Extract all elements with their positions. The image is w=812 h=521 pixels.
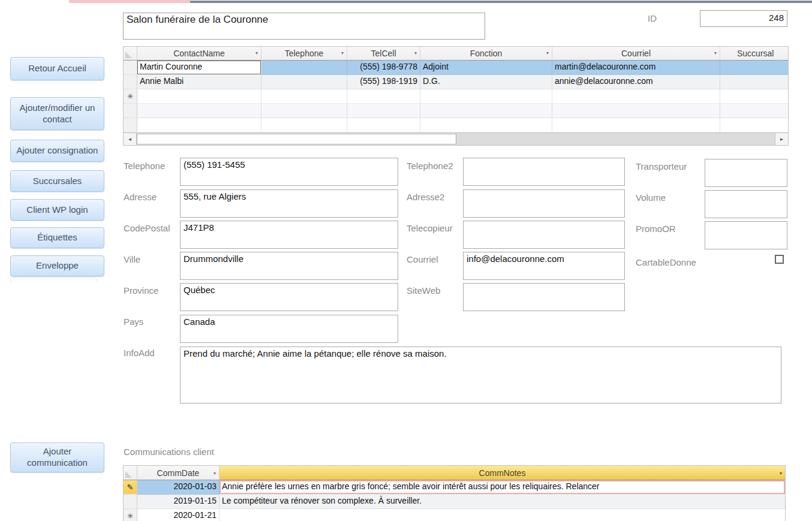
cartabledonne-checkbox[interactable] bbox=[775, 255, 784, 264]
retour-accueil-button[interactable]: Retour Accueil bbox=[10, 57, 104, 80]
cell-telephone[interactable] bbox=[261, 61, 347, 75]
column-header-label: CommDate bbox=[157, 468, 200, 478]
scroll-left-icon[interactable]: ◄ bbox=[124, 133, 137, 145]
cell-contactname[interactable]: Martin Couronne bbox=[137, 61, 261, 75]
promoor-label: PromoOR bbox=[636, 224, 676, 234]
client-wp-login-button[interactable]: Client WP login bbox=[10, 199, 104, 221]
chevron-down-icon[interactable]: ▾ bbox=[213, 471, 216, 476]
cell-empty[interactable] bbox=[137, 89, 261, 104]
cell-blank bbox=[261, 104, 347, 118]
transporteur-field[interactable] bbox=[705, 159, 787, 187]
promoor-field[interactable] bbox=[705, 221, 787, 249]
pays-field[interactable]: Canada bbox=[180, 315, 398, 343]
select-all-corner[interactable] bbox=[124, 47, 137, 61]
cell-succursale[interactable] bbox=[720, 75, 788, 89]
telephone2-field[interactable] bbox=[463, 158, 625, 186]
cell-contactname[interactable]: Annie Malbi bbox=[137, 75, 261, 89]
cell-empty[interactable] bbox=[420, 89, 552, 104]
column-header-telephone[interactable]: Telephone▾ bbox=[261, 47, 347, 61]
telecopieur-label: Telecopieur bbox=[407, 223, 453, 233]
table-row: Annie Malbi (555) 198-1919 D.G. annie@de… bbox=[124, 75, 788, 89]
volume-field[interactable] bbox=[705, 190, 787, 218]
infoadd-field[interactable]: Prend du marché; Annie aime la pétanque;… bbox=[180, 347, 781, 403]
communications-datasheet: CommDate▾ CommNotes▾ ✎ 2020-01-03 Annie … bbox=[123, 465, 786, 521]
scroll-right-icon[interactable]: ► bbox=[775, 133, 788, 145]
siteweb-label: SiteWeb bbox=[407, 285, 440, 296]
cell-courriel[interactable]: annie@delacouronne.com bbox=[552, 75, 720, 89]
row-selector[interactable] bbox=[124, 495, 137, 509]
chevron-down-icon[interactable]: ▾ bbox=[341, 50, 344, 56]
new-record-selector[interactable]: ✳ bbox=[124, 509, 137, 521]
communications-client-label: Communications client bbox=[124, 447, 214, 457]
cell-fonction[interactable]: Adjoint bbox=[420, 61, 552, 75]
corner-triangle-icon bbox=[125, 52, 132, 58]
new-record-selector[interactable]: ✳ bbox=[124, 89, 137, 104]
cell-telephone[interactable] bbox=[261, 75, 347, 89]
cell-succursale[interactable] bbox=[720, 61, 788, 75]
siteweb-field[interactable] bbox=[463, 283, 625, 311]
cell-commdate[interactable]: 2019-01-15 bbox=[137, 495, 219, 509]
table-row: Martin Couronne (555) 198-9778 Adjoint m… bbox=[124, 61, 788, 75]
row-selector[interactable] bbox=[124, 61, 137, 75]
telephone-field[interactable]: (555) 191-5455 bbox=[180, 158, 398, 186]
column-header-contactname[interactable]: ContactName▾ bbox=[137, 47, 261, 61]
table-row-blank bbox=[124, 118, 788, 132]
column-header-label: Fonction bbox=[470, 49, 503, 58]
horizontal-scrollbar[interactable]: ◄ ► bbox=[124, 132, 788, 145]
etiquettes-button[interactable]: Étiquettes bbox=[10, 227, 104, 248]
select-all-corner[interactable] bbox=[124, 466, 137, 480]
adresse-label: Adresse bbox=[124, 192, 157, 202]
scrollbar-thumb[interactable] bbox=[137, 134, 456, 144]
column-header-commnotes[interactable]: CommNotes▾ bbox=[219, 466, 785, 480]
pays-label: Pays bbox=[124, 317, 143, 327]
row-selector-editing[interactable]: ✎ bbox=[124, 480, 137, 495]
chevron-down-icon[interactable]: ▾ bbox=[714, 50, 717, 56]
cell-blank bbox=[347, 118, 420, 132]
ville-field[interactable]: Drummondville bbox=[180, 252, 398, 280]
chevron-down-icon[interactable]: ▾ bbox=[414, 50, 417, 56]
ajouter-modifier-contact-button[interactable]: Ajouter/modifier un contact bbox=[10, 97, 104, 130]
cell-commdate[interactable]: 2020-01-03 bbox=[137, 480, 219, 495]
client-name-field[interactable]: Salon funéraire de la Couronne bbox=[123, 13, 485, 40]
cell-empty[interactable] bbox=[552, 89, 720, 104]
chevron-down-icon[interactable]: ▾ bbox=[255, 50, 258, 56]
enveloppe-button[interactable]: Enveloppe bbox=[10, 255, 104, 276]
cell-commnotes-editing[interactable]: Annie préfère les urnes en marbre gris f… bbox=[219, 480, 785, 495]
cell-empty[interactable] bbox=[261, 89, 347, 104]
chevron-down-icon[interactable]: ▾ bbox=[546, 50, 549, 56]
column-header-label: CommNotes bbox=[479, 468, 526, 478]
cell-telcell[interactable]: (555) 198-9778 bbox=[347, 61, 420, 75]
cell-fonction[interactable]: D.G. bbox=[420, 75, 552, 89]
cell-empty[interactable] bbox=[347, 89, 420, 104]
courriel-field[interactable]: info@delacouronne.com bbox=[463, 252, 625, 280]
succursales-button[interactable]: Succursales bbox=[10, 170, 104, 192]
column-header-label: TelCell bbox=[371, 49, 396, 58]
ajouter-communication-button[interactable]: Ajouter communication bbox=[10, 442, 104, 472]
column-header-fonction[interactable]: Fonction▾ bbox=[420, 47, 552, 61]
cell-empty[interactable] bbox=[720, 89, 788, 104]
cell-telcell[interactable]: (555) 198-1919 bbox=[347, 75, 420, 89]
ajouter-consignation-button[interactable]: Ajouter consignation bbox=[10, 140, 104, 162]
chevron-down-icon[interactable]: ▾ bbox=[780, 471, 782, 476]
column-header-commdate[interactable]: CommDate▾ bbox=[137, 466, 219, 480]
cell-commdate[interactable]: 2020-01-21 bbox=[137, 509, 219, 521]
column-header-succursale[interactable]: Succursal bbox=[720, 47, 788, 61]
cell-commnotes[interactable] bbox=[219, 509, 785, 521]
adresse2-label: Adresse2 bbox=[407, 192, 444, 202]
adresse2-field[interactable] bbox=[463, 189, 625, 218]
cell-commnotes[interactable]: Le compétiteur va rénover son complexe. … bbox=[219, 495, 785, 509]
column-header-courriel[interactable]: Courriel▾ bbox=[552, 47, 720, 61]
corner-triangle-icon bbox=[125, 471, 132, 478]
province-label: Province bbox=[124, 285, 158, 296]
row-selector[interactable] bbox=[124, 75, 137, 89]
adresse-field[interactable]: 555, rue Algiers bbox=[180, 189, 398, 218]
id-label: ID bbox=[648, 13, 657, 23]
scrollbar-track[interactable] bbox=[456, 133, 775, 145]
codepostal-field[interactable]: J471P8 bbox=[180, 221, 398, 249]
id-field[interactable]: 248 bbox=[700, 10, 787, 27]
province-field[interactable]: Québec bbox=[180, 283, 398, 311]
column-header-telcell[interactable]: TelCell▾ bbox=[347, 47, 420, 61]
table-row-new: ✳ bbox=[124, 89, 788, 104]
cell-courriel[interactable]: martin@delacouronne.com bbox=[552, 61, 720, 75]
telecopieur-field[interactable] bbox=[463, 221, 625, 249]
